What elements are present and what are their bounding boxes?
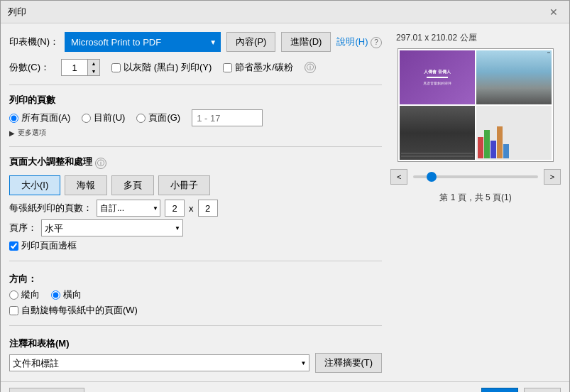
dialog-title: 列印 xyxy=(8,6,26,18)
pages-section: 列印的頁數 所有頁面(A) 目前(U) 頁面(G) xyxy=(9,94,382,138)
poster-button[interactable]: 海報 xyxy=(65,175,107,195)
page-setup-button[interactable]: 版面設定(S)... xyxy=(9,388,84,392)
pages-radio-group: 所有頁面(A) 目前(U) 頁面(G) xyxy=(9,109,382,126)
per-page-label: 每張紙列印的頁數： xyxy=(9,202,92,214)
landscape-radio-item[interactable]: 橫向 xyxy=(51,288,82,301)
notes-row: 文件和標註 ▼ 注釋摘要(T) xyxy=(9,353,382,373)
custom-pages-radio[interactable] xyxy=(136,114,146,123)
properties-button[interactable]: 內容(P) xyxy=(226,32,275,52)
left-panel: 印表機(N)： Microsoft Print to PDF ▼ 內容(P) 進… xyxy=(9,32,382,373)
print-button[interactable]: 列印 xyxy=(481,388,518,392)
multiple-button[interactable]: 多頁 xyxy=(111,175,154,195)
page-size-text: 297.01 x 210.02 公厘 xyxy=(396,32,476,44)
page-size-section-title: 頁面大小調整和處理 xyxy=(9,156,92,168)
next-page-button[interactable]: > xyxy=(544,169,561,185)
landscape-radio[interactable] xyxy=(51,290,60,300)
save-ink-checkbox-item[interactable]: 節省墨水/碳粉 xyxy=(223,61,293,74)
bottom-bar: 版面設定(S)... 列印 取消 xyxy=(1,381,569,392)
row-count-input[interactable] xyxy=(198,200,218,217)
col-count-input[interactable] xyxy=(165,200,185,217)
size-buttons: 大小(I) 海報 多頁 小冊子 xyxy=(9,175,382,195)
order-row: 頁序： 水平 ▼ xyxy=(9,219,382,236)
more-options-arrow: ▶ xyxy=(9,129,15,137)
custom-pages-radio-item[interactable]: 頁面(G) xyxy=(136,111,180,124)
divider-4 xyxy=(9,325,382,326)
help-icon: ? xyxy=(371,37,382,48)
advanced-button[interactable]: 進階(D) xyxy=(281,32,331,52)
current-page-radio-item[interactable]: 目前(U) xyxy=(82,111,125,124)
orientation-title: 方向： xyxy=(9,273,382,285)
spinbox-up[interactable]: ▲ xyxy=(88,60,99,67)
summarize-button[interactable]: 注釋摘要(T) xyxy=(315,353,383,373)
close-button[interactable]: ✕ xyxy=(545,5,562,19)
preview-cell-3 xyxy=(400,106,475,160)
notes-select-wrapper: 文件和標註 ▼ xyxy=(9,354,309,371)
copies-label: 份數(C)： xyxy=(9,61,50,74)
custom-pages-label: 頁面(G) xyxy=(148,111,180,124)
bottom-right: 列印 取消 xyxy=(481,388,561,392)
portrait-radio-item[interactable]: 縱向 xyxy=(9,288,40,301)
per-page-select-wrapper: 自訂... ▼ xyxy=(97,200,160,217)
copies-spinbox: ▲ ▼ xyxy=(61,59,100,76)
pages-section-title: 列印的頁數 xyxy=(9,94,382,107)
grayscale-checkbox[interactable] xyxy=(111,63,121,72)
size-button[interactable]: 大小(I) xyxy=(9,175,60,195)
grayscale-checkbox-item[interactable]: 以灰階 (黑白) 列印(Y) xyxy=(111,61,212,74)
help-link[interactable]: 說明(H) ? xyxy=(336,36,382,48)
print-dialog: 列印 ✕ 印表機(N)： Microsoft Print to PDF ▼ 內容… xyxy=(0,0,570,392)
nav-page-text: 第 1 頁，共 5 頁(1) xyxy=(439,192,511,204)
page-range-input[interactable] xyxy=(192,109,263,126)
page-size-section: 頁面大小調整和處理 ⓘ 大小(I) 海報 多頁 小冊子 每張紙列印的頁數： 自訂… xyxy=(9,156,382,252)
save-ink-checkbox[interactable] xyxy=(223,63,232,72)
divider-2 xyxy=(9,146,382,147)
page-size-info-icon: ⓘ xyxy=(95,158,106,169)
border-checkbox[interactable] xyxy=(9,241,18,251)
title-bar: 列印 ✕ xyxy=(1,1,569,23)
current-page-radio[interactable] xyxy=(82,114,91,123)
preview-box: 人傳會 音傳人 見證音樂創的崇拜 xyxy=(398,48,554,162)
all-pages-label: 所有頁面(A) xyxy=(21,111,70,124)
border-checkbox-item[interactable]: 列印頁面邊框 xyxy=(9,239,382,252)
checkbox-group: 以灰階 (黑白) 列印(Y) 節省墨水/碳粉 ⓘ xyxy=(111,61,316,74)
landscape-label: 橫向 xyxy=(63,288,82,301)
order-label: 頁序： xyxy=(9,222,37,234)
more-options[interactable]: ▶ 更多選項 xyxy=(9,128,382,138)
all-pages-radio-item[interactable]: 所有頁面(A) xyxy=(9,111,70,124)
divider-3 xyxy=(9,261,382,261)
right-panel: 297.01 x 210.02 公厘 人傳會 音傳人 見證音樂創的崇拜 xyxy=(390,32,561,373)
border-label: 列印頁面邊框 xyxy=(21,239,77,252)
per-page-select[interactable]: 自訂... xyxy=(97,200,160,217)
all-pages-radio[interactable] xyxy=(9,114,18,123)
auto-rotate-label: 自動旋轉每張紙中的頁面(W) xyxy=(21,304,138,317)
per-page-row: 每張紙列印的頁數： 自訂... ▼ x xyxy=(9,200,382,217)
grayscale-label: 以灰階 (黑白) 列印(Y) xyxy=(124,61,212,74)
spinbox-buttons: ▲ ▼ xyxy=(87,60,99,75)
orientation-section: 方向： 縱向 橫向 自動旋轉每張紙中的頁面(W) xyxy=(9,273,382,317)
spinbox-down[interactable]: ▼ xyxy=(88,67,99,75)
copies-row: 份數(C)： ▲ ▼ 以灰階 (黑白) 列印(Y) 節省墨水/碳粉 xyxy=(9,59,382,76)
printer-select-wrapper: Microsoft Print to PDF ▼ xyxy=(65,32,221,52)
more-options-label: 更多選項 xyxy=(18,128,46,138)
preview-cell-1: 人傳會 音傳人 見證音樂創的崇拜 xyxy=(400,50,475,104)
printer-select[interactable]: Microsoft Print to PDF xyxy=(65,32,221,52)
printer-row: 印表機(N)： Microsoft Print to PDF ▼ 內容(P) 進… xyxy=(9,32,382,52)
divider-1 xyxy=(9,85,382,85)
auto-rotate-checkbox[interactable] xyxy=(9,306,18,315)
notes-select[interactable]: 文件和標註 xyxy=(9,354,309,371)
cancel-button[interactable]: 取消 xyxy=(524,388,561,392)
notes-section: 注釋和表格(M) 文件和標註 ▼ 注釋摘要(T) xyxy=(9,337,382,373)
nav-row: < > xyxy=(390,169,561,185)
nav-slider-thumb[interactable] xyxy=(427,172,437,182)
order-select[interactable]: 水平 xyxy=(41,219,183,236)
times-symbol: x xyxy=(189,203,194,214)
booklet-button[interactable]: 小冊子 xyxy=(158,175,210,195)
portrait-radio[interactable] xyxy=(9,290,18,300)
auto-rotate-checkbox-item[interactable]: 自動旋轉每張紙中的頁面(W) xyxy=(9,304,382,317)
printer-label: 印表機(N)： xyxy=(9,36,59,48)
preview-cell-2 xyxy=(476,50,552,104)
notes-title: 注釋和表格(M) xyxy=(9,337,382,350)
current-page-label: 目前(U) xyxy=(94,111,125,124)
prev-page-button[interactable]: < xyxy=(390,169,407,185)
nav-slider[interactable] xyxy=(413,175,538,178)
copies-input[interactable] xyxy=(62,60,87,75)
